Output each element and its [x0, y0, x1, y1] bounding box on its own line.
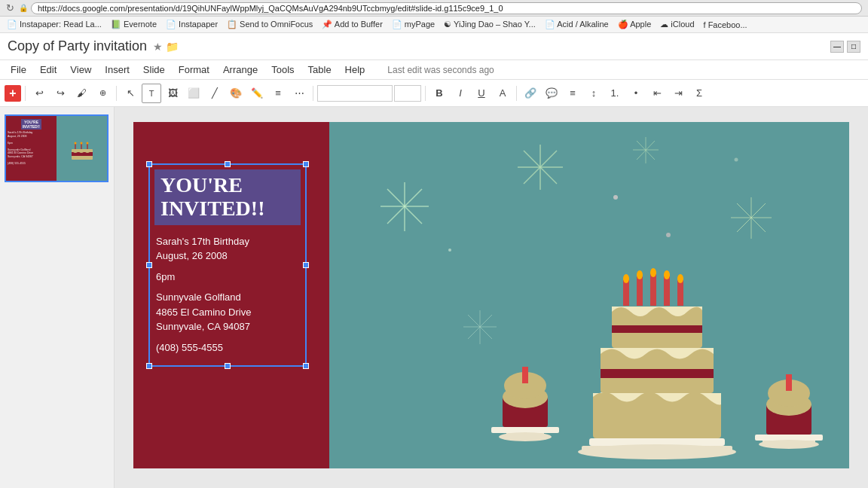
align-button[interactable]: ≡ [563, 84, 582, 103]
bookmark-facebook[interactable]: f Faceboo... [701, 20, 750, 30]
redo-button[interactable]: ↪ [50, 84, 70, 103]
separator-3 [313, 86, 313, 101]
url-bar[interactable]: https://docs.google.com/presentation/d/1… [31, 2, 862, 14]
menu-edit[interactable]: Edit [34, 63, 63, 77]
bookmark-icloud[interactable]: ☁ iCloud [658, 19, 696, 30]
maximize-button[interactable]: □ [847, 41, 860, 53]
line-spacing-button[interactable]: ↕ [584, 84, 604, 103]
link-button[interactable]: 🔗 [521, 84, 540, 103]
bookmark-apple[interactable]: 🍎 Apple [616, 19, 654, 30]
zoom-button[interactable]: ⊕ [93, 84, 112, 103]
menu-table[interactable]: Table [302, 63, 338, 77]
svg-point-23 [613, 195, 618, 200]
bookmark-omnifocus[interactable]: 📋 Send to OmniFocus [225, 19, 315, 30]
slide-canvas: YOU'RE INVITED!! Sarah's 17th Birthday A… [133, 122, 849, 468]
location-detail: Sunnyvale Golfland 4865 El Camino Drive … [156, 290, 299, 334]
formula-button[interactable]: Σ [689, 84, 709, 103]
separator-2 [116, 86, 117, 101]
font-name-input[interactable] [317, 85, 393, 102]
select-tool[interactable]: ↖ [121, 84, 140, 103]
handle-bottom-right[interactable] [303, 363, 309, 369]
menu-slide[interactable]: Slide [137, 63, 171, 77]
svg-point-60 [677, 274, 683, 283]
svg-point-57 [637, 270, 643, 279]
handle-top-left[interactable] [146, 161, 152, 167]
minimize-button[interactable]: — [830, 41, 844, 53]
bookmark-evernote[interactable]: 📗 Evernote [108, 19, 159, 30]
indent-more-button[interactable]: ⇥ [668, 84, 688, 103]
svg-rect-46 [593, 393, 721, 438]
menu-view[interactable]: View [64, 63, 97, 77]
star-icon[interactable]: ★ [153, 41, 163, 53]
event-details: Sarah's 17th Birthday August, 26 2008 6p… [154, 234, 301, 355]
handle-top-center[interactable] [225, 161, 231, 167]
svg-point-42 [499, 432, 552, 441]
svg-rect-54 [664, 276, 670, 306]
bookmark-acid[interactable]: 📄 Acid / Alkaline [542, 19, 611, 30]
last-edit-status: Last edit was seconds ago [387, 65, 494, 75]
folder-icon[interactable]: 📁 [166, 41, 179, 53]
svg-rect-38 [522, 367, 528, 383]
menu-help[interactable]: Help [339, 63, 371, 77]
svg-point-25 [448, 249, 451, 252]
text-box-selected[interactable]: YOU'RE INVITED!! Sarah's 17th Birthday A… [148, 163, 307, 367]
textbox-tool[interactable]: T [142, 84, 161, 103]
bookmark-buffer[interactable]: 📌 Add to Buffer [319, 19, 384, 30]
handle-mid-left[interactable] [146, 262, 152, 268]
svg-point-45 [578, 444, 736, 459]
bullet-list-button[interactable]: • [626, 84, 646, 103]
bookmark-mypage[interactable]: 📄 myPage [390, 19, 437, 30]
invited-banner: YOU'RE INVITED!! [154, 169, 301, 225]
italic-button[interactable]: I [451, 84, 470, 103]
separator-4 [425, 86, 426, 101]
text-color-button[interactable]: A [493, 84, 512, 103]
menu-insert[interactable]: Insert [99, 63, 136, 77]
lock-icon: 🔒 [19, 4, 28, 12]
svg-rect-3 [79, 149, 84, 153]
menu-file[interactable]: File [5, 63, 32, 77]
thumb-title: YOU'REINVITED!! [21, 119, 41, 130]
invited-line1: YOU'RE [160, 174, 295, 197]
slide-thumbnail-1[interactable]: YOU'REINVITED!! Sarah's 17th BirthdayAug… [5, 114, 108, 182]
canvas-area[interactable]: YOU'RE INVITED!! Sarah's 17th Birthday A… [115, 107, 868, 488]
svg-rect-55 [677, 280, 683, 306]
undo-button[interactable]: ↩ [29, 84, 49, 103]
image-tool[interactable]: 🖼 [163, 84, 182, 103]
thumb-cake-svg [69, 136, 96, 161]
numbered-list-button[interactable]: 1. [605, 84, 625, 103]
svg-point-24 [735, 158, 738, 162]
handle-mid-right[interactable] [303, 262, 309, 268]
bookmark-instapaper-read[interactable]: 📄 Instapaper: Read La... [5, 19, 104, 30]
handle-bottom-left[interactable] [146, 363, 152, 369]
bookmark-yijing[interactable]: ☯ YiJing Dao – Shao Y... [442, 19, 538, 30]
svg-rect-48 [601, 369, 714, 378]
shapes-tool[interactable]: ⬜ [184, 84, 203, 103]
paint-format-button[interactable]: 🖌 [72, 84, 91, 103]
svg-rect-40 [491, 427, 559, 433]
refresh-icon[interactable]: ↻ [6, 2, 14, 14]
comment-button[interactable]: 💬 [542, 84, 561, 103]
svg-point-59 [664, 270, 670, 279]
svg-rect-52 [637, 276, 643, 306]
bookmark-instapaper[interactable]: 📄 Instapaper [164, 19, 220, 30]
add-button[interactable]: + [5, 85, 21, 102]
main-area: YOU'REINVITED!! Sarah's 17th BirthdayAug… [0, 107, 868, 488]
svg-point-8 [74, 142, 76, 145]
menu-tools[interactable]: Tools [265, 63, 300, 77]
line-color-button[interactable]: ✏️ [247, 84, 267, 103]
bookmarks-bar: 📄 Instapaper: Read La... 📗 Evernote 📄 In… [0, 17, 868, 33]
svg-rect-2 [73, 149, 78, 153]
handle-bottom-center[interactable] [225, 363, 231, 369]
font-size-input[interactable]: 28 [394, 85, 421, 102]
border-dash-button[interactable]: ⋯ [289, 84, 309, 103]
border-style-button[interactable]: ≡ [268, 84, 288, 103]
underline-button[interactable]: U [472, 84, 491, 103]
menu-arrange[interactable]: Arrange [217, 63, 264, 77]
handle-top-right[interactable] [303, 161, 309, 167]
bold-button[interactable]: B [429, 84, 449, 103]
phone-detail: (408) 555-4555 [156, 340, 299, 355]
fill-color-button[interactable]: 🎨 [226, 84, 246, 103]
line-tool[interactable]: ╱ [205, 84, 225, 103]
indent-less-button[interactable]: ⇤ [647, 84, 667, 103]
menu-format[interactable]: Format [173, 63, 215, 77]
